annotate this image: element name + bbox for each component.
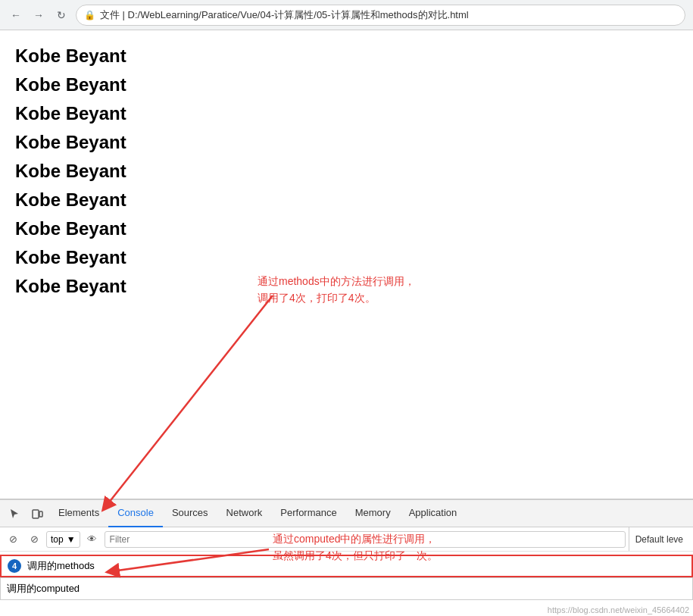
svg-rect-1 [39, 511, 42, 517]
tab-performance-label: Performance [280, 507, 336, 518]
tab-application[interactable]: Application [400, 500, 467, 527]
address-text: 文件 | D:/WebLearning/Paratice/Vue/04-计算属性… [100, 8, 469, 22]
tab-network-label: Network [226, 507, 263, 518]
kobe-line-6: Kobe Beyant [15, 189, 678, 211]
kobe-line-4: Kobe Beyant [15, 132, 678, 153]
secure-icon: 🔒 [84, 10, 95, 20]
default-level-label: Default leve [635, 534, 683, 545]
kobe-line-1: Kobe Beyant [15, 45, 678, 67]
kobe-line-5: Kobe Beyant [15, 161, 678, 182]
eye-icon-btn[interactable]: 👁 [83, 530, 101, 549]
kobe-line-9: Kobe Beyant [15, 276, 678, 297]
reload-button[interactable]: ↻ [53, 7, 70, 23]
device-icon-btn[interactable] [27, 503, 48, 524]
kobe-line-7: Kobe Beyant [15, 218, 678, 239]
tab-sources[interactable]: Sources [163, 500, 217, 527]
console-log-area: 4 调用的methods 调用的computed [0, 552, 693, 603]
tab-console[interactable]: Console [108, 500, 163, 527]
csdn-watermark: https://blog.csdn.net/weixin_45664402 [548, 605, 689, 614]
cursor-icon-btn[interactable] [4, 503, 25, 524]
methods-text: 调用的methods [27, 559, 95, 573]
tab-network[interactable]: Network [217, 500, 272, 527]
forward-button[interactable]: → [30, 7, 47, 23]
console-item-methods: 4 调用的methods [0, 555, 693, 577]
browser-bar: ← → ↻ 🔒 文件 | D:/WebLearning/Paratice/Vue… [0, 0, 693, 30]
clear-console-button[interactable]: ⊘ [4, 530, 22, 549]
chevron-down-icon: ▼ [67, 534, 76, 545]
tab-application-label: Application [409, 507, 457, 518]
main-content: Kobe Beyant Kobe Beyant Kobe Beyant Kobe… [0, 30, 693, 496]
tab-console-label: Console [117, 507, 154, 518]
kobe-line-8: Kobe Beyant [15, 247, 678, 268]
default-level-selector[interactable]: Default leve [629, 527, 689, 551]
devtools-panel: Elements Console Sources Network Perform… [0, 499, 693, 616]
kobe-line-3: Kobe Beyant [15, 103, 678, 124]
kobe-line-2: Kobe Beyant [15, 74, 678, 95]
filter-input[interactable] [105, 531, 626, 548]
block-icon-btn[interactable]: ⊘ [25, 530, 43, 549]
context-selector[interactable]: top ▼ [46, 531, 80, 548]
computed-text: 调用的computed [7, 582, 80, 596]
tab-sources-label: Sources [172, 507, 208, 518]
methods-badge: 4 [8, 559, 21, 573]
console-item-computed: 调用的computed [0, 577, 693, 600]
address-bar[interactable]: 🔒 文件 | D:/WebLearning/Paratice/Vue/04-计算… [76, 5, 685, 26]
tab-performance[interactable]: Performance [271, 500, 345, 527]
svg-rect-0 [33, 510, 39, 518]
back-button[interactable]: ← [8, 7, 24, 23]
console-toolbar: ⊘ ⊘ top ▼ 👁 Default leve [0, 527, 693, 552]
tab-memory-label: Memory [355, 507, 391, 518]
tab-memory[interactable]: Memory [346, 500, 400, 527]
devtools-tabs: Elements Console Sources Network Perform… [0, 500, 693, 527]
top-label: top [51, 534, 64, 545]
tab-elements[interactable]: Elements [49, 500, 108, 527]
tab-elements-label: Elements [58, 507, 99, 518]
